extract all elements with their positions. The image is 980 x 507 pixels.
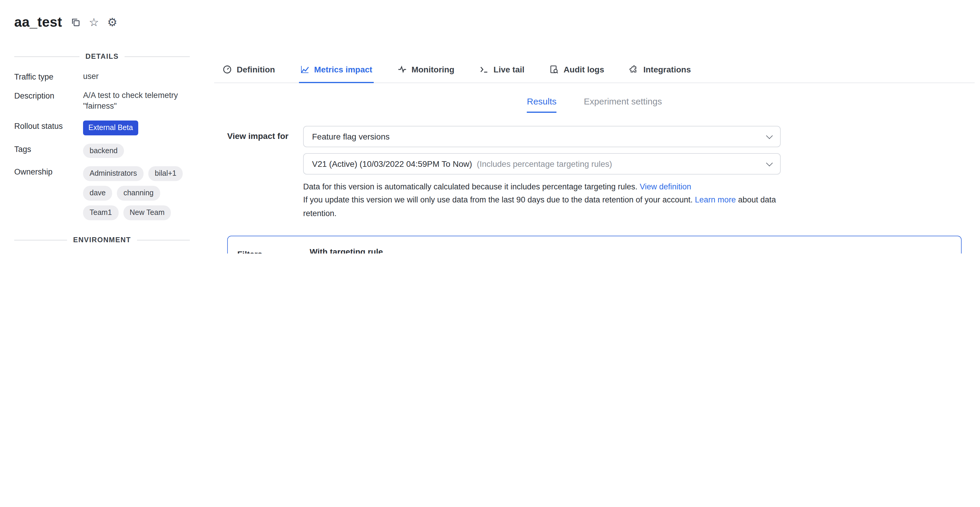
line-chart-icon bbox=[300, 65, 309, 74]
chevron-down-icon bbox=[766, 160, 773, 167]
view-impact-section: View impact for Feature flag versions V2… bbox=[227, 126, 962, 220]
tab-live-tail[interactable]: Live tail bbox=[478, 57, 526, 83]
rollout-status-badge[interactable]: External Beta bbox=[83, 120, 138, 135]
impact-type-dropdown[interactable]: Feature flag versions bbox=[303, 126, 781, 147]
page-title: aa_test bbox=[14, 14, 62, 30]
owner-pill[interactable]: dave bbox=[83, 186, 112, 201]
owner-pill[interactable]: New Team bbox=[123, 206, 171, 220]
gear-icon[interactable]: ⚙ bbox=[107, 17, 117, 28]
owner-pill[interactable]: Administrators bbox=[83, 167, 143, 181]
tag-pill[interactable]: backend bbox=[83, 143, 124, 158]
ownership-row: Ownership Administrators bilal+1 dave ch… bbox=[14, 167, 190, 220]
subtab-results[interactable]: Results bbox=[527, 96, 557, 113]
puzzle-icon bbox=[629, 65, 639, 74]
main-content: Definition Metrics impact Monitoring Liv… bbox=[214, 57, 975, 254]
environment-heading: ENVIRONMENT bbox=[14, 236, 190, 244]
sub-tab-bar: Results Experiment settings bbox=[214, 96, 975, 113]
copy-icon[interactable] bbox=[70, 17, 80, 27]
description-label: Description bbox=[14, 90, 83, 112]
page-header: aa_test ☆ ⚙ bbox=[14, 14, 118, 30]
pulse-icon bbox=[397, 65, 407, 74]
subtab-experiment-settings[interactable]: Experiment settings bbox=[584, 96, 662, 113]
version-dropdown[interactable]: V21 (Active) (10/03/2022 04:59PM To Now)… bbox=[303, 153, 781, 175]
traffic-type-row: Traffic type user bbox=[14, 71, 190, 82]
owner-pill[interactable]: Team1 bbox=[83, 206, 118, 220]
learn-more-link[interactable]: Learn more bbox=[695, 196, 736, 204]
targeting-rule-label: With targeting rule bbox=[310, 247, 951, 254]
rollout-status-label: Rollout status bbox=[14, 120, 83, 135]
version-help-text: Data for this version is automatically c… bbox=[303, 180, 781, 220]
star-icon[interactable]: ☆ bbox=[89, 17, 99, 28]
sidebar: DETAILS Traffic type user Description A/… bbox=[14, 52, 190, 254]
tab-bar: Definition Metrics impact Monitoring Liv… bbox=[214, 57, 975, 83]
terminal-icon bbox=[479, 65, 489, 74]
tab-integrations[interactable]: Integrations bbox=[628, 57, 692, 83]
tab-monitoring[interactable]: Monitoring bbox=[396, 57, 456, 83]
version-value: V21 (Active) (10/03/2022 04:59PM To Now) bbox=[312, 159, 472, 169]
tab-metrics-impact[interactable]: Metrics impact bbox=[299, 57, 374, 83]
tab-definition[interactable]: Definition bbox=[221, 57, 276, 83]
view-definition-link[interactable]: View definition bbox=[640, 182, 691, 191]
details-heading: DETAILS bbox=[14, 52, 190, 61]
version-note: (Includes percentage targeting rules) bbox=[477, 159, 612, 169]
tags-label: Tags bbox=[14, 143, 83, 158]
description-row: Description A/A test to check telemetry … bbox=[14, 90, 190, 112]
chevron-down-icon bbox=[766, 132, 773, 139]
impact-type-value: Feature flag versions bbox=[312, 132, 761, 141]
gauge-icon bbox=[223, 65, 232, 74]
tags-row: Tags backend bbox=[14, 143, 190, 158]
filters-panel: Filters With targeting rule default rule… bbox=[227, 236, 962, 254]
view-impact-label: View impact for bbox=[227, 126, 303, 220]
traffic-type-value: user bbox=[83, 71, 190, 82]
tab-audit-logs[interactable]: Audit logs bbox=[548, 57, 605, 83]
ownership-label: Ownership bbox=[14, 167, 83, 220]
owner-pill[interactable]: channing bbox=[117, 186, 160, 201]
filters-title: Filters bbox=[237, 247, 310, 254]
page: aa_test ☆ ⚙ DETAILS Traffic type user De… bbox=[0, 0, 980, 254]
description-value: A/A test to check telemetry "fairness" bbox=[83, 90, 190, 112]
rollout-status-row: Rollout status External Beta bbox=[14, 120, 190, 135]
owner-pill[interactable]: bilal+1 bbox=[148, 167, 183, 181]
audit-log-icon bbox=[549, 65, 559, 74]
traffic-type-label: Traffic type bbox=[14, 71, 83, 82]
